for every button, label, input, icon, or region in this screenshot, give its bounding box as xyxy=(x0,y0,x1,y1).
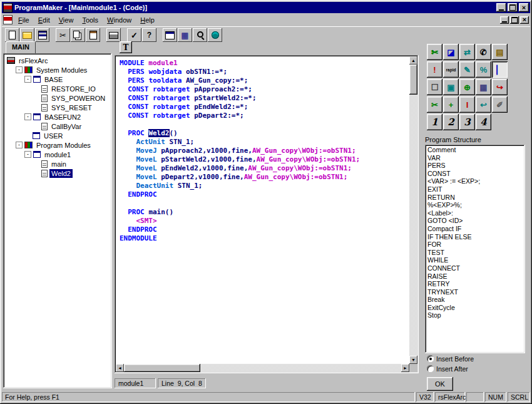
structure-item-break[interactable]: Break xyxy=(426,296,524,304)
edit-line-icon[interactable]: ✎ xyxy=(459,61,475,78)
tree-label[interactable]: module1 xyxy=(43,150,73,159)
new-file-button[interactable] xyxy=(5,28,19,42)
insert-circle-icon[interactable]: ⊕ xyxy=(459,79,475,95)
tree-label[interactable]: Program Modules xyxy=(34,141,93,150)
horizontal-scrollbar[interactable] xyxy=(116,364,409,372)
tree-label[interactable]: SYS_RESET xyxy=(49,103,94,112)
selection-box-icon[interactable]: ☐ xyxy=(427,79,442,95)
window-1-button[interactable]: 1 xyxy=(427,114,442,130)
rapid-icon[interactable]: rapid xyxy=(443,61,459,78)
menu-view[interactable]: View xyxy=(54,15,78,25)
mdi-minimize-button[interactable] xyxy=(500,16,509,24)
data-window-button[interactable] xyxy=(178,28,192,42)
tree-expander[interactable]: - xyxy=(24,113,31,120)
error-icon[interactable]: ! xyxy=(427,61,442,78)
structure-item--var-exp-[interactable]: <VAR> := <EXP>; xyxy=(426,177,524,185)
structure-item-stop[interactable]: Stop xyxy=(426,311,524,319)
structure-item-var[interactable]: VAR xyxy=(426,154,524,162)
check-program-button[interactable] xyxy=(127,28,141,42)
structure-item-exit[interactable]: EXIT xyxy=(426,185,524,194)
structure-item-retry[interactable]: RETRY xyxy=(426,280,524,288)
scroll-down-button[interactable] xyxy=(409,356,417,364)
open-file-button[interactable] xyxy=(20,28,34,42)
tree-label[interactable]: USER xyxy=(42,132,65,140)
code-editor[interactable]: MODULE module1 PERS wobjdata obSTN1:=*; … xyxy=(115,55,419,373)
tree-expander[interactable]: - xyxy=(24,76,31,83)
tree-item-system-modules[interactable]: -System Modules xyxy=(4,65,111,75)
insert-after-radio[interactable]: Insert After xyxy=(427,365,468,373)
tree-item-user[interactable]: USER xyxy=(4,131,111,140)
scroll-up-button[interactable] xyxy=(409,56,417,65)
callout-icon[interactable]: ↩ xyxy=(476,96,491,113)
swap-icon[interactable]: ⇄ xyxy=(459,44,475,60)
structure-item-pers[interactable]: PERS xyxy=(426,162,524,170)
window-4-button[interactable]: 4 xyxy=(476,114,491,130)
restore-button[interactable] xyxy=(508,3,518,12)
structure-item-return[interactable]: RETURN xyxy=(426,194,524,202)
app-icon[interactable] xyxy=(3,3,13,13)
structure-item-const[interactable]: CONST xyxy=(426,170,524,178)
text-cursor-icon[interactable]: ▏ xyxy=(492,61,508,78)
tree-expander[interactable]: - xyxy=(16,66,23,73)
save-file-button[interactable] xyxy=(35,28,49,42)
snip-icon[interactable]: ✂ xyxy=(427,96,442,113)
menu-tools[interactable]: Tools xyxy=(78,15,103,25)
pencil-icon[interactable]: ✐ xyxy=(492,96,508,113)
scroll-right-button[interactable] xyxy=(401,364,409,372)
structure-item-test[interactable]: TEST xyxy=(426,249,524,257)
print-button[interactable] xyxy=(106,28,121,42)
grid-icon[interactable]: ▦ xyxy=(476,79,491,95)
menu-window[interactable]: Window xyxy=(103,15,136,25)
find-button[interactable] xyxy=(193,28,207,42)
vertical-scroll-thumb[interactable] xyxy=(409,65,417,95)
tree-label[interactable]: SYS_POWERON xyxy=(49,94,107,103)
vertical-scrollbar[interactable] xyxy=(409,56,417,364)
structure-item-if-then-else[interactable]: IF THEN ELSE xyxy=(426,233,524,241)
tree-label[interactable]: rsFlexArc xyxy=(17,56,49,65)
minimize-button[interactable] xyxy=(496,3,506,12)
beam-icon[interactable]: I xyxy=(459,96,475,113)
percent-icon[interactable]: % xyxy=(476,61,491,78)
program-structure-list[interactable]: CommentVARPERSCONST<VAR> := <EXP>;EXITRE… xyxy=(425,145,525,353)
menu-file[interactable]: File xyxy=(14,15,34,25)
tree-item-sys-poweron[interactable]: SYS_POWERON xyxy=(4,93,111,103)
menu-help[interactable]: Help xyxy=(136,15,159,25)
structure-item-comment[interactable]: Comment xyxy=(426,146,524,154)
copy-button[interactable] xyxy=(71,28,85,42)
tree-item-rsflexarc[interactable]: rsFlexArc xyxy=(4,56,111,65)
window-2-button[interactable]: 2 xyxy=(443,114,459,130)
tree-item-callbyvar[interactable]: CallByVar xyxy=(4,122,111,131)
cut-button[interactable] xyxy=(56,28,70,42)
structure-item--exp-[interactable]: %<EXP>%; xyxy=(426,201,524,209)
structure-item-goto-id-[interactable]: GOTO <ID> xyxy=(426,217,524,225)
paste-button[interactable] xyxy=(86,28,100,42)
tree-label[interactable]: System Modules xyxy=(34,66,89,75)
tree-item-restore-io[interactable]: RESTORE_IO xyxy=(4,84,111,93)
structure-item-raise[interactable]: RAISE xyxy=(426,272,524,281)
tree-label[interactable]: Weld2 xyxy=(49,169,73,178)
tree-label[interactable]: BASEFUN2 xyxy=(43,113,83,122)
radio-icon[interactable] xyxy=(427,355,434,362)
window-3-button[interactable]: 3 xyxy=(459,114,475,130)
close-button[interactable]: × xyxy=(519,3,529,12)
code-area[interactable]: MODULE module1 PERS wobjdata obSTN1:=*; … xyxy=(116,56,409,364)
tree-item-main[interactable]: main xyxy=(4,159,111,168)
tree-item-program-modules[interactable]: -Program Modules xyxy=(4,140,111,150)
cards-icon[interactable]: ▤ xyxy=(492,44,508,60)
teach-pendant-icon[interactable]: ✄ xyxy=(427,44,442,60)
tree-label[interactable]: RESTORE_IO xyxy=(49,85,98,93)
structure-item-for[interactable]: FOR xyxy=(426,241,524,249)
tree-item-sys-reset[interactable]: SYS_RESET xyxy=(4,103,111,112)
structure-item-trynext[interactable]: TRYNEXT xyxy=(426,288,524,296)
tree-label[interactable]: main xyxy=(49,160,68,168)
structure-item-compact-if[interactable]: Compact IF xyxy=(426,225,524,233)
tree-item-weld2[interactable]: Weld2 xyxy=(4,168,111,178)
tree-expander[interactable]: - xyxy=(24,151,31,158)
call-icon[interactable]: ✆ xyxy=(476,44,491,60)
structure-item-connect[interactable]: CONNECT xyxy=(426,264,524,272)
structure-item--label-[interactable]: <Label>: xyxy=(426,209,524,217)
add-cross-icon[interactable]: + xyxy=(443,96,459,113)
vertical-scroll-track[interactable] xyxy=(409,65,417,356)
window-frame-icon[interactable]: ▣ xyxy=(443,79,459,95)
insert-before-radio[interactable]: Insert Before xyxy=(427,355,474,363)
